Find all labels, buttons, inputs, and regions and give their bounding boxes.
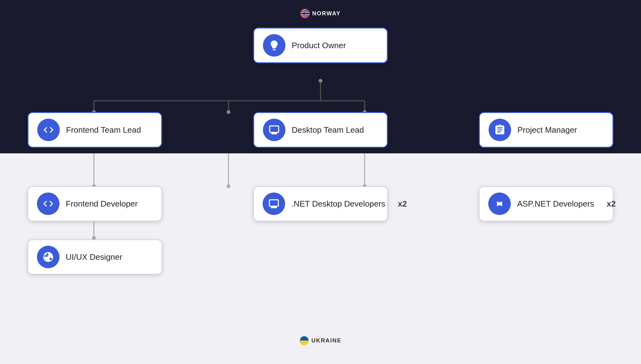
ux-designer-label: UI/UX Designer xyxy=(66,252,122,262)
net-desktop-label: .NET Desktop Developers xyxy=(291,199,385,209)
project-manager-icon xyxy=(489,119,511,141)
ux-designer-node: UI/UX Designer xyxy=(28,239,162,274)
net-desktop-multiplier: x2 xyxy=(392,199,407,209)
ukraine-flag-icon xyxy=(300,336,309,345)
project-manager-node: Project Manager xyxy=(479,112,613,148)
desktop-lead-icon xyxy=(263,119,285,141)
frontend-dev-icon xyxy=(37,192,59,215)
design-icon xyxy=(42,251,54,263)
net-desktop-icon xyxy=(263,192,285,215)
frontend-lead-icon xyxy=(37,119,60,141)
top-section: NORWAY Product Owner xyxy=(0,0,641,153)
product-owner-icon xyxy=(263,34,285,57)
norway-label: NORWAY xyxy=(300,9,341,18)
ux-designer-icon xyxy=(37,246,59,268)
clipboard-icon xyxy=(494,124,506,136)
svg-rect-3 xyxy=(300,13,309,14)
svg-point-12 xyxy=(227,110,230,114)
frontend-dev-label: Frontend Developer xyxy=(66,199,138,209)
desktop-lead-node: Desktop Team Lead xyxy=(253,112,388,148)
net-desktop-node: .NET Desktop Developers x2 xyxy=(253,186,388,221)
product-owner-label: Product Owner xyxy=(292,41,346,50)
svg-point-22 xyxy=(227,184,230,188)
aspnet-multiplier: x2 xyxy=(600,199,616,209)
svg-point-14 xyxy=(319,79,322,83)
norway-flag-icon xyxy=(300,9,310,18)
desktop-lead-label: Desktop Team Lead xyxy=(292,125,364,135)
svg-rect-4 xyxy=(304,9,305,18)
aspnet-node: ASP.NET Developers x2 xyxy=(479,186,613,221)
code-icon xyxy=(43,124,54,136)
ukraine-text: UKRAINE xyxy=(311,337,341,344)
lightbulb-icon xyxy=(268,39,280,51)
aspnet-icon xyxy=(488,192,511,215)
product-owner-node: Product Owner xyxy=(253,28,388,63)
monitor-icon xyxy=(268,124,280,136)
frontend-dev-node: Frontend Developer xyxy=(28,186,162,221)
code-icon-2 xyxy=(42,198,54,210)
bottom-section: Frontend Developer .NET Desktop Develope… xyxy=(0,153,641,364)
frontend-lead-node: Frontend Team Lead xyxy=(28,112,162,148)
monitor-icon-2 xyxy=(268,198,280,210)
aspnet-label: ASP.NET Developers xyxy=(517,199,594,209)
ukraine-label: UKRAINE xyxy=(300,336,341,345)
project-manager-label: Project Manager xyxy=(517,125,577,135)
norway-text: NORWAY xyxy=(312,10,341,17)
frontend-lead-label: Frontend Team Lead xyxy=(66,125,141,135)
